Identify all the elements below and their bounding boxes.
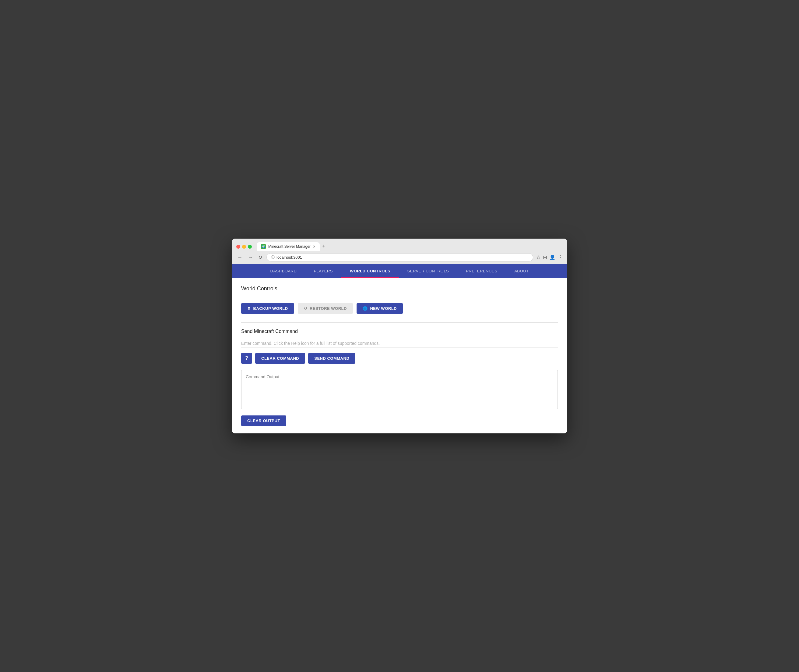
clear-output-button[interactable]: CLEAR OUTPUT (241, 416, 286, 426)
command-section-title: Send Minecraft Command (241, 329, 558, 334)
minimize-traffic-light[interactable] (242, 245, 246, 249)
toolbar-actions: ☆ ⊞ 👤 ⋮ (536, 254, 563, 260)
clear-command-button[interactable]: CLEAR COMMAND (255, 353, 305, 364)
chrome-title-bar: 🌍 Minecraft Server Manager × + (232, 238, 567, 251)
chrome-toolbar: ← → ↻ ⓘ localhost:3001 ☆ ⊞ 👤 ⋮ (232, 251, 567, 264)
nav-dashboard[interactable]: DASHBOARD (262, 264, 305, 278)
address-bar[interactable]: ⓘ localhost:3001 (266, 253, 533, 261)
page-title: World Controls (241, 285, 558, 297)
command-output-area[interactable] (241, 370, 558, 410)
back-button[interactable]: ← (236, 254, 244, 261)
refresh-button[interactable]: ↻ (257, 254, 263, 261)
send-command-button[interactable]: SEND COMMAND (308, 353, 355, 364)
upload-icon: ⬆ (247, 306, 251, 311)
nav-preferences[interactable]: PREFERENCES (457, 264, 506, 278)
extensions-button[interactable]: ⊞ (543, 254, 547, 260)
page-body: World Controls ⬆ BACKUP WORLD ↺ RESTORE … (232, 278, 567, 434)
browser-tab[interactable]: 🌍 Minecraft Server Manager × (257, 242, 320, 251)
traffic-lights (236, 245, 252, 249)
command-input[interactable] (241, 339, 558, 348)
forward-button[interactable]: → (247, 254, 254, 261)
address-lock-icon: ⓘ (271, 255, 274, 260)
restore-icon: ↺ (304, 306, 308, 311)
backup-world-button[interactable]: ⬆ BACKUP WORLD (241, 303, 294, 314)
nav-server-controls[interactable]: SERVER CONTROLS (399, 264, 458, 278)
app-content: DASHBOARD PLAYERS WORLD CONTROLS SERVER … (232, 264, 567, 434)
help-button[interactable]: ? (241, 353, 252, 364)
new-world-button[interactable]: 🌐 NEW WORLD (356, 303, 403, 314)
address-text: localhost:3001 (276, 255, 302, 259)
tab-favicon: 🌍 (261, 244, 266, 249)
close-traffic-light[interactable] (236, 245, 240, 249)
command-buttons: ? CLEAR COMMAND SEND COMMAND (241, 353, 558, 364)
new-tab-button[interactable]: + (320, 243, 328, 250)
chrome-menu-button[interactable]: ⋮ (558, 254, 563, 260)
bookmark-button[interactable]: ☆ (536, 254, 541, 260)
nav-about[interactable]: ABOUT (506, 264, 537, 278)
tab-close-button[interactable]: × (313, 244, 316, 249)
tab-title: Minecraft Server Manager (268, 245, 311, 249)
account-button[interactable]: 👤 (549, 254, 555, 260)
globe-icon: 🌐 (363, 306, 368, 311)
restore-world-button[interactable]: ↺ RESTORE WORLD (298, 303, 353, 314)
nav-world-controls[interactable]: WORLD CONTROLS (341, 264, 399, 278)
nav-players[interactable]: PLAYERS (305, 264, 341, 278)
section-divider (241, 322, 558, 323)
maximize-traffic-light[interactable] (248, 245, 252, 249)
nav-bar: DASHBOARD PLAYERS WORLD CONTROLS SERVER … (232, 264, 567, 278)
browser-window: 🌍 Minecraft Server Manager × + ← → ↻ ⓘ l… (232, 238, 567, 434)
world-buttons: ⬆ BACKUP WORLD ↺ RESTORE WORLD 🌐 NEW WOR… (241, 303, 558, 314)
